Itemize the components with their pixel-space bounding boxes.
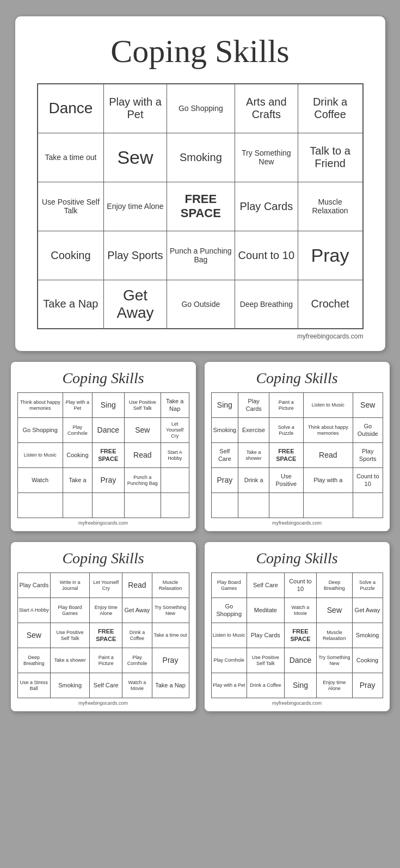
small-cell: Dance [92,418,124,443]
small-cell: Pray [92,468,124,493]
main-cell: Get Away [104,280,167,329]
small-cell: Pray [152,648,189,673]
small-cell: Play Board Games [51,598,90,623]
main-cell: Deep Breathing [235,280,298,329]
small-cell: Start A Hobby [17,598,51,623]
small-cell: Sew [353,393,383,418]
small-cell: Take a shower [51,648,90,673]
main-cell: Drink a Coffee [298,84,362,133]
small-cell: Use Positive Self Talk [124,393,161,418]
small-cell: Go Shopping [211,598,247,623]
card5-table: Play Board GamesSelf CareCount to 10Deep… [211,572,383,698]
main-cell: Try Something New [235,133,298,182]
small-cell: Play Cornhole [122,648,152,673]
small-cell: Muscle Relaxation [152,573,189,598]
small-card-3: Coping Skills SingPlay CardsPaint a Pict… [205,362,390,531]
small-cards-bottom-row: Coping Skills Play CardsWrite in a Journ… [11,542,389,711]
card4-table: Play CardsWrite in a JournalLet Yourself… [17,572,189,698]
small-cell: Take a shower [238,443,269,468]
small-cell: Punch a Punching Bag [124,468,161,493]
small-cell: Deep Breathing [17,648,51,673]
small-cell: Go Outside [353,418,383,443]
small-cell: Muscle Relaxation [317,623,352,648]
small-cell [124,493,161,518]
small-cell [92,493,124,518]
small-cell: Smoking [352,623,383,648]
small-cell: FREE SPACE [90,623,122,648]
small-cell: Self Care [247,573,285,598]
card5-title: Coping Skills [211,550,383,567]
main-cell: Play Sports [104,231,167,280]
small-cell [211,493,238,518]
small-cell: Read [122,573,152,598]
small-cell: Sew [124,418,161,443]
small-cell: Take a Nap [161,393,189,418]
small-card-5: Coping Skills Play Board GamesSelf CareC… [205,542,390,711]
small-cell: Drink a [238,468,269,493]
card4-title: Coping Skills [17,550,189,567]
small-cell [63,493,92,518]
small-cell: Play Board Games [211,573,247,598]
small-cell: Pray [352,673,383,698]
small-cell: Take a [63,468,92,493]
small-cell: Solve a Puzzle [352,573,383,598]
main-cell: Enjoy time Alone [104,182,167,231]
small-cell [303,493,353,518]
small-cell: Try Something New [317,648,352,673]
small-cell: Get Away [122,598,152,623]
small-card-2: Coping Skills Think about happy memories… [11,362,196,531]
small-cell: Play Cornhole [63,418,92,443]
small-cell: Sing [284,673,317,698]
small-cell: Self Care [90,673,122,698]
small-cell: Paint a Picture [269,393,303,418]
small-cell: Play with a Pet [63,393,92,418]
small-cell: Use Positive Self Talk [247,648,285,673]
small-cell: Count to 10 [353,468,383,493]
small-cell: Watch [17,468,63,493]
main-card-title: Coping Skills [37,33,364,70]
small-cell: Think about happy memories [303,418,353,443]
main-cell: Play Cards [235,182,298,231]
small-cell [238,493,269,518]
small-cell: Cooking [352,648,383,673]
main-cell: Cooking [38,231,104,280]
small-cell: Listen to Music [211,623,247,648]
main-cell: FREE SPACE [167,182,235,231]
small-cell: Read [124,443,161,468]
small-cell: Enjoy time Alone [90,598,122,623]
small-cell: Think about happy memories [17,393,63,418]
card4-website: myfreebingocards.com [17,700,189,706]
main-cell: Go Shopping [167,84,235,133]
small-cell: Play Cards [238,393,269,418]
small-cell: Cooking [63,443,92,468]
main-cell: Take a time out [38,133,104,182]
small-cell: Smoking [211,418,238,443]
small-cell: Sing [211,393,238,418]
small-cell: Play Cards [247,623,285,648]
small-cell: Play with a [303,468,353,493]
card2-title: Coping Skills [17,370,189,387]
main-bingo-card: Coping Skills DancePlay with a PetGo Sho… [15,16,385,351]
main-cell: Dance [38,84,104,133]
card2-table: Think about happy memoriesPlay with a Pe… [17,392,189,518]
small-cell: Use Positive [269,468,303,493]
main-cell: Sew [104,133,167,182]
main-cell: Pray [298,231,362,280]
small-cell: Play Cards [17,573,51,598]
small-cell: Let Yourself Cry [90,573,122,598]
small-cell: Play Sports [353,443,383,468]
main-cell: Play with a Pet [104,84,167,133]
card3-website: myfreebingocards.com [211,520,383,526]
small-card-4: Coping Skills Play CardsWrite in a Journ… [11,542,196,711]
small-cell: Deep Breathing [317,573,352,598]
small-cell [161,468,189,493]
main-cell: Smoking [167,133,235,182]
main-website: myfreebingocards.com [37,333,364,340]
small-cell: FREE SPACE [92,443,124,468]
small-cell: Self Care [211,443,238,468]
main-cell: Go Outside [167,280,235,329]
small-cell: Take a time out [152,623,189,648]
small-cell: Drink a Coffee [247,673,285,698]
small-cell: Meditate [247,598,285,623]
card2-website: myfreebingocards.com [17,520,189,526]
